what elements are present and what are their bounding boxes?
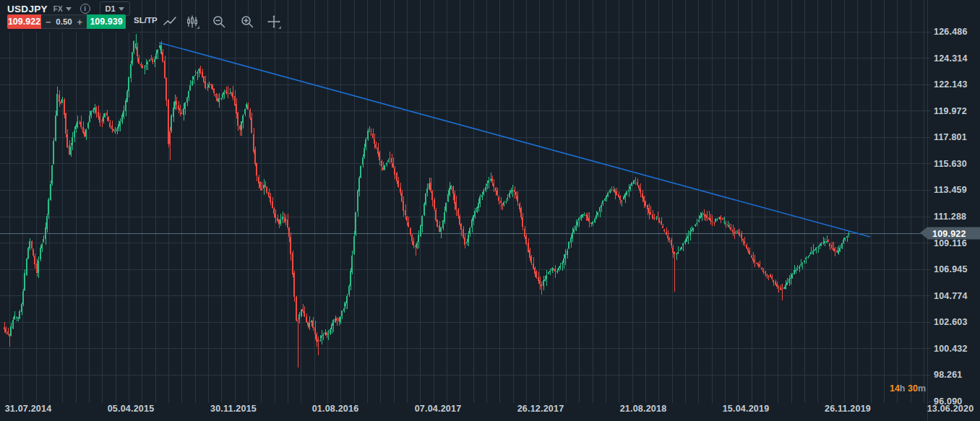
date-axis-label: 05.04.2015 bbox=[108, 404, 155, 414]
symbol-name[interactable]: USDJPY bbox=[7, 4, 48, 14]
dropdown-caret-icon bbox=[278, 26, 281, 29]
date-axis-label: 01.08.2016 bbox=[312, 404, 359, 414]
date-axis-label: 26.11.2019 bbox=[825, 404, 871, 414]
sell-button[interactable]: 109.922 bbox=[7, 14, 41, 29]
date-axis-label: 21.08.2018 bbox=[620, 404, 667, 414]
price-chart-canvas[interactable] bbox=[0, 0, 980, 421]
market-type-dropdown[interactable]: FX bbox=[53, 5, 72, 13]
candlestick-icon[interactable] bbox=[184, 14, 200, 30]
zoom-out-icon[interactable] bbox=[211, 14, 227, 30]
price-axis-label: 117.801 bbox=[934, 132, 967, 142]
chevron-down-icon bbox=[119, 7, 124, 11]
price-axis-label: 104.774 bbox=[934, 291, 968, 301]
candles bbox=[4, 34, 849, 368]
chevron-down-icon bbox=[66, 7, 72, 11]
price-axis-label: 102.603 bbox=[934, 317, 968, 327]
current-price-tag: 109.922 bbox=[927, 227, 980, 240]
buy-button[interactable]: 109.939 bbox=[87, 14, 126, 29]
quick-trade-widget: 109.922 − 0.50 + 109.939 bbox=[7, 14, 126, 29]
price-axis-label: 124.314 bbox=[934, 53, 968, 64]
price-axis-label: 106.945 bbox=[934, 264, 968, 274]
price-tag-arrow-icon bbox=[920, 227, 927, 239]
price-axis-label: 119.972 bbox=[934, 106, 967, 116]
chart-toolbar bbox=[162, 14, 288, 30]
date-axis-label: 15.04.2019 bbox=[723, 404, 770, 414]
dropdown-caret-icon bbox=[197, 26, 199, 29]
price-axis-label: 122.143 bbox=[934, 79, 968, 90]
date-axis-label: 26.12.2017 bbox=[517, 404, 564, 414]
price-axis-label: 111.288 bbox=[934, 212, 966, 222]
trading-chart-window: 126.486124.314122.143119.972117.801115.6… bbox=[0, 0, 980, 421]
date-axis-label: 30.11.2015 bbox=[210, 404, 257, 414]
decrease-button[interactable]: − bbox=[46, 17, 51, 27]
date-axis-label: 07.04.2017 bbox=[415, 404, 462, 414]
price-axis[interactable]: 126.486124.314122.143119.972117.801115.6… bbox=[927, 0, 980, 421]
step-value[interactable]: 0.50 bbox=[56, 17, 72, 26]
sltp-toggle[interactable]: SL/TP bbox=[134, 16, 158, 25]
trendline[interactable] bbox=[159, 43, 870, 237]
price-axis-label: 98.261 bbox=[934, 370, 962, 380]
line-chart-icon[interactable] bbox=[162, 14, 178, 30]
price-axis-label: 126.486 bbox=[934, 27, 968, 37]
date-axis-label: 31.07.2014 bbox=[5, 404, 52, 414]
symbol-header: USDJPY FX D1 bbox=[7, 2, 130, 15]
price-axis-label: 113.459 bbox=[934, 185, 967, 195]
candle-countdown: 14h 30m bbox=[890, 383, 926, 394]
time-axis[interactable]: 31.07.201405.04.201530.11.201501.08.2016… bbox=[0, 397, 927, 421]
zoom-in-icon[interactable] bbox=[239, 14, 255, 30]
info-icon[interactable] bbox=[80, 4, 90, 14]
increase-button[interactable]: + bbox=[77, 17, 82, 27]
timeframe-dropdown[interactable]: D1 bbox=[100, 1, 130, 16]
price-axis-label: 100.432 bbox=[934, 344, 968, 354]
date-axis-label: 13.06.2020 bbox=[927, 404, 974, 414]
price-axis-label: 115.630 bbox=[934, 159, 967, 169]
pan-crosshair-icon[interactable] bbox=[266, 14, 282, 30]
price-axis-label: 109.116 bbox=[934, 238, 967, 248]
sltp-stepper: − 0.50 + bbox=[41, 14, 87, 29]
current-price-value: 109.922 bbox=[932, 228, 966, 238]
